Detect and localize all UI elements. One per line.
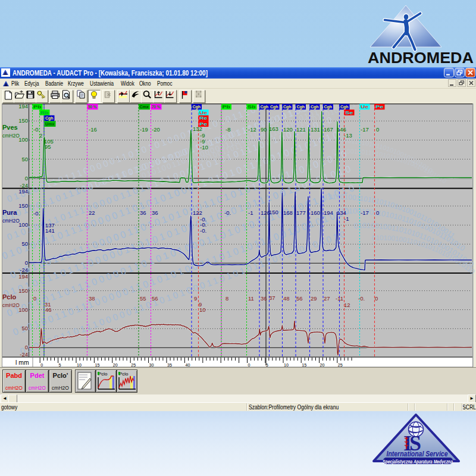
svg-text:100: 100 — [18, 136, 28, 143]
svg-text:29: 29 — [311, 295, 317, 302]
svg-text:-13: -13 — [344, 132, 352, 139]
svg-text:50 %: 50 % — [88, 104, 97, 109]
svg-text:Cgh: Cgh — [340, 104, 349, 109]
svg-text:-1: -1 — [248, 209, 253, 216]
svg-text:50: 50 — [21, 325, 28, 331]
svg-text:Pb: Pb — [223, 104, 231, 109]
svg-text:Cmx: Cmx — [140, 104, 149, 109]
svg-text:132: 132 — [193, 126, 202, 132]
svg-text:cmH2O: cmH2O — [2, 133, 20, 139]
svg-text:-8: -8 — [226, 126, 230, 133]
svg-text:168: 168 — [283, 209, 293, 216]
svg-text:-20: -20 — [152, 126, 160, 133]
svg-text:International Service: International Service — [387, 449, 448, 458]
svg-text:Re: Re — [199, 115, 208, 121]
svg-text:Ue: Ue — [361, 104, 369, 109]
svg-text:Pclo: Pclo — [119, 371, 129, 377]
svg-text:Sb: Sb — [248, 104, 256, 109]
svg-text:Se: Se — [345, 110, 353, 115]
svg-text:194: 194 — [18, 104, 28, 109]
svg-text:Cgh: Cgh — [297, 104, 305, 109]
svg-text:0: 0 — [33, 295, 36, 302]
svg-text:48: 48 — [283, 295, 290, 302]
svg-text:56: 56 — [296, 295, 303, 302]
svg-text:11: 11 — [248, 295, 254, 302]
svg-text:0: 0 — [25, 259, 28, 266]
svg-text:10: 10 — [199, 306, 206, 313]
svg-text:-1: -1 — [344, 215, 349, 222]
svg-text:Cgh: Cgh — [283, 104, 292, 109]
svg-text:121: 121 — [296, 126, 306, 133]
svg-text:0: 0 — [375, 295, 378, 302]
svg-text:90: 90 — [261, 126, 267, 133]
svg-text:-17: -17 — [361, 209, 369, 216]
svg-text:l mm: l mm — [15, 359, 29, 366]
svg-text:Ue: Ue — [199, 110, 208, 115]
svg-text:2: 2 — [39, 132, 42, 139]
svg-text:194: 194 — [18, 273, 28, 280]
svg-text:150: 150 — [18, 287, 28, 294]
svg-text:Cgh: Cgh — [193, 104, 201, 109]
svg-text:95: 95 — [45, 143, 51, 150]
svg-text:-24: -24 — [20, 182, 28, 189]
svg-text:46: 46 — [45, 306, 52, 313]
svg-text:50: 50 — [21, 156, 28, 162]
svg-text:-24: -24 — [20, 351, 28, 358]
svg-text:55: 55 — [140, 295, 146, 302]
svg-text:Umx: Umx — [45, 121, 55, 127]
svg-text:150: 150 — [18, 202, 28, 209]
svg-text:cmH2O: cmH2O — [2, 218, 20, 224]
svg-text:Cgh: Cgh — [45, 115, 54, 121]
svg-text:Pe: Pe — [375, 104, 384, 109]
svg-text:38: 38 — [89, 295, 95, 302]
svg-text:-0.: -0. — [224, 209, 231, 216]
svg-text:Pura: Pura — [2, 209, 17, 216]
svg-text:194: 194 — [18, 188, 28, 195]
svg-text:177: 177 — [296, 209, 306, 216]
svg-text:ANDROMEDA: ANDROMEDA — [368, 49, 474, 67]
svg-text:-0.: -0. — [33, 210, 40, 217]
svg-text:Rb: Rb — [40, 110, 49, 115]
svg-text:100: 100 — [18, 221, 28, 228]
svg-text:-12: -12 — [248, 126, 256, 133]
svg-text:160: 160 — [311, 209, 320, 216]
svg-text:Cgh: Cgh — [261, 104, 269, 109]
svg-text:-0.: -0. — [200, 227, 206, 234]
svg-text:70 %: 70 % — [152, 104, 161, 109]
svg-text:12: 12 — [344, 302, 350, 308]
svg-text:Specjalistyczna Aparatura Medy: Specjalistyczna Aparatura Medyczna — [383, 459, 453, 465]
svg-text:Cgh: Cgh — [311, 104, 319, 109]
svg-text:194: 194 — [324, 209, 333, 216]
svg-text:120: 120 — [283, 126, 293, 133]
svg-text:cmH2O: cmH2O — [2, 302, 20, 308]
svg-text:0: 0 — [376, 126, 379, 133]
svg-text:27: 27 — [324, 295, 330, 302]
svg-text:0: 0 — [376, 209, 379, 216]
svg-text:-17: -17 — [361, 126, 369, 133]
svg-text:Cgh: Cgh — [270, 104, 278, 109]
svg-text:36: 36 — [140, 209, 146, 216]
svg-text:36: 36 — [152, 209, 158, 216]
svg-text:Pves: Pves — [2, 124, 18, 131]
svg-text:0: 0 — [25, 175, 28, 181]
svg-text:0: 0 — [25, 344, 28, 350]
svg-text:167: 167 — [324, 126, 333, 133]
svg-text:100: 100 — [18, 306, 28, 313]
svg-text:36: 36 — [261, 295, 267, 302]
svg-text:163: 163 — [269, 126, 278, 132]
svg-text:131: 131 — [311, 126, 320, 133]
svg-text:22: 22 — [89, 209, 95, 216]
svg-text:9: 9 — [194, 295, 197, 302]
svg-text:141: 141 — [45, 227, 55, 234]
svg-text:56: 56 — [152, 295, 158, 302]
svg-text:37: 37 — [269, 295, 275, 301]
svg-text:-11: -11 — [336, 295, 343, 302]
svg-text:Cgh: Cgh — [324, 104, 333, 109]
svg-text:ANDROMEDA - AUDACT Pro - [Kowa: ANDROMEDA - AUDACT Pro - [Kowalska, Fran… — [12, 69, 208, 77]
svg-text:Pclo: Pclo — [2, 293, 17, 300]
svg-text:-19: -19 — [140, 126, 148, 133]
svg-text:150: 150 — [269, 209, 278, 215]
svg-text:Pclo: Pclo — [98, 371, 108, 377]
svg-text:122: 122 — [193, 209, 202, 216]
svg-text:8: 8 — [226, 295, 228, 302]
